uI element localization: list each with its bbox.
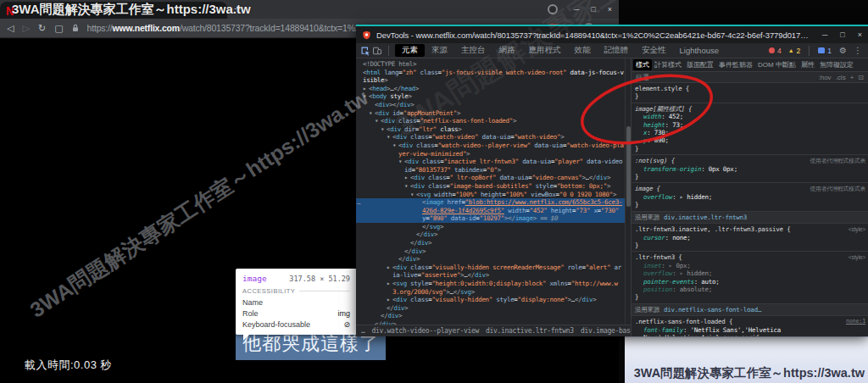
breadcrumb-item[interactable]: div.inactive.ltr-fntwn3 bbox=[486, 327, 574, 335]
style-rule[interactable]: .ltr-fntwn3.inactive, .ltr-fntwn3.passiv… bbox=[632, 224, 868, 252]
css-property[interactable]: overflow: ▸ hidden; bbox=[635, 193, 865, 201]
devtools-tab-元素[interactable]: 元素 bbox=[395, 44, 425, 57]
issues-icon bbox=[818, 47, 825, 53]
error-count: 4 bbox=[777, 47, 782, 55]
tooltip-row: Keyboard-focusable⊘ bbox=[242, 319, 350, 330]
css-property[interactable]: overflow: ▸ hidden; bbox=[635, 269, 865, 277]
console-error-badge[interactable]: 4 bbox=[769, 47, 782, 55]
devtools-maximize-button[interactable]: □ bbox=[840, 31, 844, 39]
breadcrumb-item[interactable]: div.image-based-subtitles bbox=[581, 327, 631, 335]
dom-node-line[interactable]: ▾<div class="image-based-subtitles" styl… bbox=[356, 182, 625, 191]
styles-control[interactable]: .cls bbox=[836, 74, 846, 81]
styles-tab-屬性[interactable]: 屬性 bbox=[798, 59, 817, 70]
tooltip-row: Name bbox=[242, 297, 350, 308]
devtools-close-button[interactable]: × bbox=[858, 31, 862, 39]
breadcrumb-item[interactable]: div.watch-video--player-view bbox=[372, 327, 479, 335]
inspect-tooltip: image 317.58 × 51.29 ACCESSIBILITY NameR… bbox=[236, 269, 357, 335]
maximize-button[interactable]: □ bbox=[591, 5, 595, 14]
styles-tab-DOM 中斷點[interactable]: DOM 中斷點 bbox=[755, 59, 798, 70]
devtools-tab-記憶體[interactable]: 記憶體 bbox=[598, 44, 636, 57]
dom-node-line[interactable]: <image href="blob:https://www.netflix.co… bbox=[356, 198, 625, 223]
netflix-favicon: N bbox=[6, 4, 14, 17]
dom-node-line[interactable]: <!DOCTYPE html> bbox=[356, 60, 625, 69]
inspect-element-icon[interactable] bbox=[360, 46, 370, 56]
css-property[interactable]: font-family: 'Netflix Sans','Helvetica N… bbox=[635, 326, 865, 336]
styles-tab-事件監聽器[interactable]: 事件監聽器 bbox=[716, 59, 755, 70]
dom-node-line[interactable]: </div> bbox=[356, 255, 625, 264]
device-toolbar-icon[interactable] bbox=[372, 46, 382, 56]
styles-tab-樣式[interactable]: 樣式 bbox=[633, 59, 652, 70]
styles-control[interactable]: :hov bbox=[819, 74, 832, 81]
red-annotation-ellipse bbox=[559, 72, 737, 165]
inherited-from-bar: 沿用來源div.inactive.ltr-fntwn3 bbox=[632, 212, 868, 224]
devtools-shield-icon bbox=[362, 31, 371, 40]
dom-node-line[interactable]: </div> bbox=[356, 230, 625, 239]
css-property[interactable]: transform-origin: 0px 0px; bbox=[635, 165, 865, 173]
styles-tab-版面配置[interactable]: 版面配置 bbox=[684, 59, 716, 70]
dom-node-line[interactable]: ▸<div class="visually-hidden" style="dis… bbox=[356, 296, 625, 304]
console-warning-badge[interactable]: ▲ 2 bbox=[788, 47, 801, 55]
breadcrumb-item[interactable]: … bbox=[361, 327, 365, 335]
css-property[interactable]: inset: ▸ 0px; bbox=[635, 262, 865, 269]
css-property[interactable]: position: absolute; bbox=[635, 286, 865, 293]
styles-tab-無障礙設定[interactable]: 無障礙設定 bbox=[817, 59, 856, 70]
desktop-background-area bbox=[625, 336, 868, 383]
record-indicator-icon bbox=[548, 4, 558, 14]
style-rule[interactable]: .netflix-sans-font-loaded {none:1font-fa… bbox=[632, 316, 868, 336]
style-rule[interactable]: image {使用者代理程式樣式表overflow: ▸ hidden;} bbox=[632, 183, 868, 211]
devtools-minimize-button[interactable]: ─ bbox=[822, 31, 827, 39]
issues-badge[interactable]: 1 bbox=[818, 47, 832, 55]
devtools-title-text: DevTools - www.netflix.com/watch/8013573… bbox=[376, 31, 810, 40]
dom-node-line[interactable]: ▸<div class=" ltr-op8orf" data-uia="vide… bbox=[356, 174, 625, 182]
reload-icon[interactable]: ↻ bbox=[38, 24, 46, 33]
devtools-tab-效能[interactable]: 效能 bbox=[568, 44, 598, 57]
devtools-title-bar[interactable]: DevTools - www.netflix.com/watch/8013573… bbox=[356, 26, 868, 43]
url-host: www.netflix.com bbox=[112, 23, 179, 33]
browser-tab-netflix[interactable]: N bbox=[0, 2, 227, 19]
bookmark-icon[interactable]: ▢ bbox=[54, 24, 63, 33]
forward-icon[interactable]: ▷ bbox=[22, 24, 29, 33]
devtools-tab-網路[interactable]: 網路 bbox=[492, 44, 522, 57]
error-icon bbox=[769, 47, 775, 53]
rule-origin: 使用者代理程式樣式表 bbox=[810, 157, 865, 164]
inherited-from-bar: 沿用來源div.netflix-sans-font-load… bbox=[632, 304, 868, 316]
tab-strip: N + ─ □ × bbox=[0, 0, 619, 19]
devtools-menu-icon[interactable]: ⋮ bbox=[854, 46, 862, 55]
load-time-status: 載入時間:0.03 秒 bbox=[25, 358, 112, 373]
css-property[interactable]: pointer-events: auto; bbox=[635, 278, 865, 286]
dom-node-line[interactable]: </div> bbox=[356, 312, 625, 320]
dom-node-line[interactable]: </div> bbox=[356, 247, 625, 256]
devtools-tab-Lighthouse[interactable]: Lighthouse bbox=[673, 45, 726, 56]
close-button[interactable]: × bbox=[608, 5, 612, 14]
dom-node-line[interactable]: </div> bbox=[356, 304, 625, 313]
dom-node-line[interactable]: </svg> bbox=[356, 223, 625, 231]
devtools-tab-應用程式[interactable]: 應用程式 bbox=[522, 44, 568, 57]
css-property[interactable]: cursor: none; bbox=[635, 234, 865, 241]
styles-tab-計算樣式[interactable]: 計算樣式 bbox=[652, 59, 684, 70]
rule-origin: 使用者代理程式樣式表 bbox=[810, 185, 865, 192]
rule-origin[interactable]: none:1 bbox=[846, 318, 865, 325]
dom-node-line[interactable]: ▾<svg width="100%" height="100%" viewBox… bbox=[356, 191, 625, 199]
tooltip-element-tag: image bbox=[242, 274, 267, 283]
dom-node-line[interactable]: </div> bbox=[356, 239, 625, 247]
dom-node-line[interactable]: ▸<svg style="height:0;width:0;display:bl… bbox=[356, 280, 625, 296]
warning-count: 2 bbox=[797, 47, 801, 55]
inherited-source-link[interactable]: div.inactive.ltr-fntwn3 bbox=[664, 214, 747, 221]
styles-control[interactable]: ⊡ bbox=[858, 74, 864, 81]
devtools-tab-安全性[interactable]: 安全性 bbox=[635, 44, 673, 57]
inherited-source-link[interactable]: div.netflix-sans-font-load… bbox=[664, 306, 761, 314]
lock-icon bbox=[72, 24, 79, 32]
minimize-button[interactable]: ─ bbox=[574, 5, 579, 14]
rule-origin: <style> bbox=[849, 225, 865, 233]
styles-control[interactable]: + bbox=[850, 74, 854, 81]
back-icon[interactable]: ◁ bbox=[7, 24, 14, 33]
dom-node-line[interactable]: ▸<div class="visually-hidden screenReade… bbox=[356, 264, 625, 280]
breadcrumb: …div.watch-video--player-viewdiv.inactiv… bbox=[356, 325, 631, 336]
new-tab-button[interactable]: + bbox=[234, 2, 241, 15]
style-rule[interactable]: .ltr-fntwn3 {<style>inset: ▸ 0px;overflo… bbox=[632, 252, 868, 303]
browser-window-controls: ─ □ × bbox=[574, 0, 612, 19]
devtools-tab-來源[interactable]: 來源 bbox=[425, 44, 454, 57]
issues-count: 1 bbox=[827, 47, 832, 55]
devtools-tab-主控台[interactable]: 主控台 bbox=[454, 44, 492, 57]
settings-gear-icon[interactable]: ⚙ bbox=[839, 46, 847, 55]
